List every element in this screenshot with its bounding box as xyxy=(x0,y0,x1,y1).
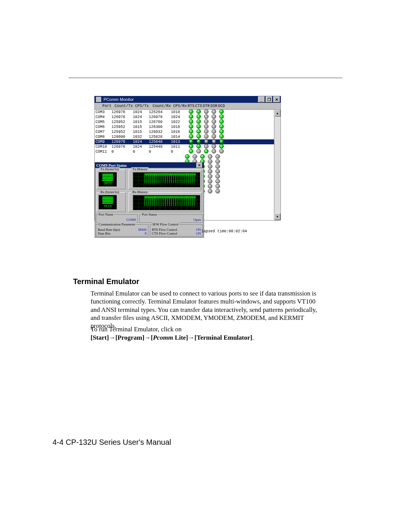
arrow-icon: → xyxy=(144,334,151,341)
run-instruction: To run Terminal Emulator, click on xyxy=(91,326,182,333)
baud-label: Baud Rate (bps) xyxy=(98,228,120,232)
led-indicator xyxy=(215,169,220,174)
elapsed-time: lapsed time:00:02:04 xyxy=(201,229,247,233)
led-cts xyxy=(196,119,201,124)
led-rts xyxy=(189,114,193,119)
rx-value: 3516 xyxy=(104,204,112,208)
led-rts xyxy=(189,119,193,124)
led-indicator xyxy=(208,154,212,159)
window-title: PComm Monitor xyxy=(103,97,258,102)
minimize-button[interactable]: _ xyxy=(258,96,265,102)
led-cts xyxy=(196,139,201,144)
scroll-down-button[interactable]: ▼ xyxy=(274,213,280,220)
led-cts xyxy=(196,114,201,119)
led-indicator xyxy=(215,189,220,193)
tx-value: 3072 xyxy=(104,182,112,185)
col-cpsrx: CPS/Rx xyxy=(171,104,187,108)
led-rts xyxy=(189,109,193,114)
databits-label: Data Bits xyxy=(98,232,111,235)
app-icon xyxy=(96,97,101,102)
section-heading: Terminal Emulator xyxy=(73,277,139,286)
led-dcd xyxy=(219,124,224,129)
col-dcd: DCD xyxy=(217,104,225,108)
led-indicator xyxy=(215,164,220,169)
led-indicator xyxy=(215,154,220,159)
baud-value: 38400 xyxy=(138,228,147,232)
led-dsr xyxy=(212,129,216,134)
col-countrx: Count/Rx xyxy=(149,104,171,108)
paragraph-1: Terminal Emulator can be used to connect… xyxy=(91,289,323,330)
led-indicator xyxy=(208,164,212,169)
col-dtr: DTR xyxy=(202,104,210,108)
rx-bytes-group: Rx (bytes/1s) 3516 xyxy=(97,192,126,212)
rx-bytes-label: Rx (bytes/1s) xyxy=(99,190,120,194)
led-dtr xyxy=(204,149,209,153)
cts-flow-value: ON xyxy=(196,232,201,235)
led-dtr xyxy=(204,119,209,124)
tx-history-label: Tx History xyxy=(131,167,148,171)
nav-start: [Start] xyxy=(91,334,109,341)
led-dcd xyxy=(219,109,224,114)
led-indicator xyxy=(208,159,212,164)
dialog-close-button[interactable]: ✕ xyxy=(196,163,202,168)
led-dtr xyxy=(204,129,209,134)
port-status-value: Open xyxy=(194,218,201,222)
port-name-label: Port Name xyxy=(98,212,114,216)
led-rts xyxy=(189,139,193,144)
flow-control-label: H/W Flow Control xyxy=(152,222,179,226)
paragraph-2: To run Terminal Emulator, click on [Star… xyxy=(91,325,323,342)
header-rule xyxy=(68,78,342,78)
flow-control-group: H/W Flow Control RTS Flow ControlON CTS … xyxy=(150,224,203,236)
led-dsr xyxy=(212,144,216,149)
table-row[interactable]: COM110000 xyxy=(95,149,280,154)
led-cts xyxy=(196,149,201,153)
rts-flow-value: ON xyxy=(196,228,201,232)
maximize-button[interactable]: ❐ xyxy=(266,96,272,102)
rx-history-label: Rx History xyxy=(131,190,149,194)
led-dsr xyxy=(212,149,216,153)
led-dsr xyxy=(212,139,216,144)
close-button[interactable]: ✕ xyxy=(273,96,280,102)
tx-history-graph xyxy=(133,172,200,187)
led-cts xyxy=(196,124,201,129)
led-rts xyxy=(189,129,193,134)
tx-lcd: 3072 xyxy=(99,172,117,187)
led-indicator xyxy=(200,154,205,159)
led-dtr xyxy=(204,114,209,119)
led-dcd xyxy=(219,149,224,153)
led-indicator xyxy=(208,189,212,193)
rx-history-graph xyxy=(133,195,200,210)
nav-terminal: [Terminal Emulator] xyxy=(194,334,252,341)
led-rts xyxy=(189,134,193,139)
nav-period: . xyxy=(252,334,254,341)
col-dsr: DSR xyxy=(210,104,217,108)
led-rts xyxy=(189,124,193,129)
led-indicator xyxy=(215,174,220,179)
led-indicator xyxy=(215,184,220,189)
rx-history-group: Rx History xyxy=(129,192,202,212)
col-port: Port xyxy=(95,104,112,108)
led-indicator xyxy=(193,154,197,159)
port-status-label: Port Status xyxy=(141,212,158,216)
led-dcd xyxy=(219,139,224,144)
port-status-group: Port Status Open xyxy=(139,214,203,223)
led-dsr xyxy=(212,124,216,129)
led-rts xyxy=(189,149,193,153)
led-rts xyxy=(189,144,193,149)
led-cts xyxy=(196,144,201,149)
led-dcd xyxy=(219,144,224,149)
scroll-up-button[interactable]: ▲ xyxy=(274,110,280,117)
app-client-area: Port Count/Tx CPS/Tx Count/Rx CPS/Rx RTS… xyxy=(94,103,281,220)
led-indicator xyxy=(185,154,190,159)
port-name-group: Port Name COM9 xyxy=(96,214,138,223)
arrow-icon: → xyxy=(109,334,115,341)
scroll-track[interactable] xyxy=(274,117,280,213)
led-indicator xyxy=(208,174,212,179)
led-dcd xyxy=(219,119,224,124)
vertical-scrollbar[interactable]: ▲ ▼ xyxy=(274,110,280,220)
col-rts: RTS xyxy=(187,104,194,108)
col-cpstx: CPS/Tx xyxy=(133,104,149,108)
nav-program: [Program] xyxy=(115,334,144,341)
table-row xyxy=(183,154,280,159)
led-cts xyxy=(196,134,201,139)
